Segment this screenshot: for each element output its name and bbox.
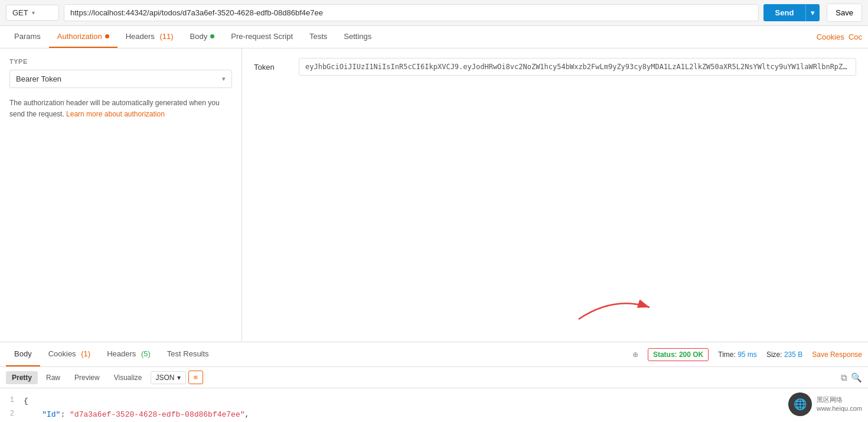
tab-headers-label: Headers (126, 32, 155, 41)
method-select[interactable]: GET ▾ (6, 5, 59, 21)
response-tab-testresults[interactable]: Test Results (159, 342, 217, 366)
watermark-logo: 🌐 (788, 392, 812, 416)
send-button[interactable]: Send (763, 4, 806, 21)
tab-headers[interactable]: Headers (11) (118, 26, 182, 48)
format-select[interactable]: JSON ▾ (151, 371, 186, 384)
tab-params-label: Params (14, 32, 41, 41)
pretty-btn[interactable]: Pretty (6, 371, 38, 384)
watermark-text: 黑区网络 www.heiqu.com (817, 395, 862, 414)
time-info: Time: 95 ms (718, 350, 757, 359)
line-content-2: "Id": "d7a3a6ef-3520-4628-edfb-08d86bf4e… (24, 408, 249, 421)
request-tabs: Params Authorization Headers (11) Body P… (0, 26, 868, 48)
code-line-1: 1 { (0, 394, 868, 408)
format-arrow: ▾ (177, 374, 181, 382)
globe-icon[interactable]: ⊕ (632, 350, 638, 359)
tab-authorization-label: Authorization (57, 32, 102, 41)
save-button[interactable]: Save (827, 4, 862, 22)
token-input[interactable] (299, 58, 856, 76)
wrap-button[interactable]: ≡ (188, 371, 204, 384)
format-icons: ⧉ 🔍 (841, 372, 862, 383)
watermark: 🌐 黑区网络 www.heiqu.com (788, 392, 862, 416)
cookies-link[interactable]: Cookies Coc (817, 33, 862, 41)
raw-btn[interactable]: Raw (40, 371, 66, 384)
status-code: 200 OK (679, 350, 703, 359)
tab-tests[interactable]: Tests (301, 26, 335, 48)
search-icon[interactable]: 🔍 (851, 372, 862, 383)
url-input[interactable] (64, 4, 759, 21)
tab-settings-label: Settings (344, 32, 371, 41)
tab-params[interactable]: Params (6, 26, 49, 48)
url-bar: GET ▾ Send ▾ Save (0, 0, 868, 26)
code-line-2: 2 "Id": "d7a3a6ef-3520-4628-edfb-08d86bf… (0, 408, 868, 421)
status-badge: Status: 200 OK (648, 348, 709, 361)
type-label: TYPE (9, 58, 232, 65)
tab-body-label: Body (190, 32, 208, 41)
authorization-dot (105, 34, 109, 38)
time-value: 95 ms (738, 350, 757, 359)
code-area: 1 { 2 "Id": "d7a3a6ef-3520-4628-edfb-08d… (0, 388, 868, 422)
token-panel: Token (242, 48, 868, 342)
token-row: Token (254, 58, 856, 76)
auth-panel: TYPE Bearer Token ▾ The authorization he… (0, 48, 242, 342)
preview-btn[interactable]: Preview (68, 371, 106, 384)
line-content-1: { (24, 394, 28, 408)
headers-count: (11) (158, 32, 174, 41)
send-dropdown-button[interactable]: ▾ (805, 4, 820, 21)
response-tab-body[interactable]: Body (6, 342, 40, 366)
tab-tests-label: Tests (309, 32, 327, 41)
method-dropdown-arrow: ▾ (32, 9, 35, 16)
line-num-2: 2 (0, 408, 24, 421)
response-tab-headers[interactable]: Headers (5) (99, 342, 159, 366)
auth-hint: The authorization header will be automat… (9, 98, 232, 120)
auth-learn-more-link[interactable]: Learn more about authorization (66, 110, 165, 118)
save-response-link[interactable]: Save Response (812, 350, 862, 359)
visualize-btn[interactable]: Visualize (108, 371, 148, 384)
tab-prerequest-label: Pre-request Script (231, 32, 293, 41)
cookies-count: (1) (79, 349, 91, 358)
token-label: Token (254, 63, 289, 72)
copy-icon[interactable]: ⧉ (841, 372, 847, 383)
type-dropdown-arrow: ▾ (222, 75, 226, 83)
send-btn-group: Send ▾ (763, 4, 820, 21)
main-content: TYPE Bearer Token ▾ The authorization he… (0, 48, 868, 342)
format-label: JSON (156, 374, 175, 382)
size-value: 235 B (784, 350, 802, 359)
line-num-1: 1 (0, 394, 24, 408)
response-headers-count: (5) (139, 349, 151, 358)
response-area: Body Cookies (1) Headers (5) Test Result… (0, 342, 868, 422)
method-label: GET (12, 8, 28, 17)
response-status-bar: ⊕ Status: 200 OK Time: 95 ms Size: 235 B… (632, 348, 862, 361)
body-dot (210, 34, 214, 38)
tab-authorization[interactable]: Authorization (49, 26, 118, 48)
tab-body[interactable]: Body (182, 26, 223, 48)
type-value: Bearer Token (16, 74, 61, 83)
tab-settings[interactable]: Settings (335, 26, 380, 48)
type-select[interactable]: Bearer Token ▾ (9, 70, 232, 88)
size-info: Size: 235 B (766, 350, 802, 359)
response-tabs: Body Cookies (1) Headers (5) Test Result… (0, 342, 868, 367)
response-tab-cookies[interactable]: Cookies (1) (40, 342, 99, 366)
format-bar: Pretty Raw Preview Visualize JSON ▾ ≡ ⧉ … (0, 367, 868, 388)
tab-prerequest[interactable]: Pre-request Script (223, 26, 301, 48)
